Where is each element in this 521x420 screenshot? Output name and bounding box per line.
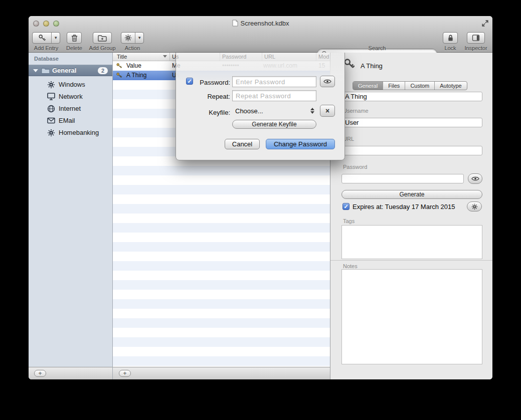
sidebar-item-internet[interactable]: Internet — [29, 103, 112, 115]
fullscreen-icon[interactable] — [481, 20, 489, 27]
disclosure-triangle-icon[interactable] — [33, 69, 38, 72]
password-label: Password — [343, 164, 367, 170]
key-icon — [343, 58, 355, 71]
inspector-entry-title: A Thing — [361, 62, 383, 70]
reveal-password-button[interactable] — [468, 173, 482, 184]
chevron-down-icon[interactable]: ▼ — [135, 33, 143, 43]
gear-icon — [121, 33, 135, 43]
sidebar-bottom-bar: + — [29, 367, 112, 379]
sidebar-item-homebanking[interactable]: Homebanking — [29, 127, 112, 139]
search-label: Search — [317, 45, 437, 51]
window-title: Screenshot.kdbx — [241, 20, 289, 27]
key-icon — [116, 72, 122, 79]
display-icon — [47, 93, 55, 102]
url-field[interactable] — [341, 146, 482, 155]
titlebar: Screenshot.kdbx — [29, 16, 492, 30]
expires-label: Expires at: Tuesday 17 March 2015 — [353, 203, 455, 211]
sidebar-item-label: EMail — [59, 117, 75, 124]
inspector-label: Inspector — [459, 45, 492, 51]
tags-label: Tags — [343, 218, 355, 224]
cancel-button[interactable]: Cancel — [225, 139, 260, 149]
inspector-panel: A Thing General Files Custom Autotype Us… — [330, 53, 492, 379]
zoom-button[interactable] — [53, 21, 59, 27]
tab-autotype[interactable]: Autotype — [434, 82, 466, 90]
inspector-tabs: General Files Custom Autotype — [353, 81, 467, 90]
eye-icon — [471, 176, 479, 181]
generate-keyfile-button[interactable]: Generate Keyfile — [232, 120, 316, 129]
generate-button[interactable]: Generate — [341, 190, 482, 199]
sheet-password-input[interactable] — [232, 76, 316, 87]
list-bottom-bar: + — [113, 367, 330, 379]
action-button[interactable]: ▼ — [121, 32, 144, 44]
toolbar: ▼ ▼ — [29, 32, 492, 44]
desktop: Screenshot.kdbx ▼ — [0, 0, 521, 420]
sidebar-group-general[interactable]: General 2 — [29, 65, 112, 76]
action-label: Action — [119, 45, 146, 51]
sheet-repeat-input[interactable] — [232, 90, 316, 101]
sidebar-item-label: Homebanking — [59, 129, 99, 136]
folder-icon — [41, 67, 50, 74]
add-group-plus-button[interactable]: + — [34, 370, 46, 377]
inspector-button[interactable] — [467, 32, 485, 44]
tags-textarea[interactable] — [341, 225, 482, 259]
notes-textarea[interactable] — [341, 269, 482, 364]
username-label: Username — [343, 108, 369, 114]
section-divider — [330, 260, 492, 261]
column-divider[interactable] — [169, 53, 170, 61]
reveal-password-button[interactable] — [320, 76, 335, 87]
sidebar-item-network[interactable]: Network — [29, 91, 112, 103]
gear-icon — [471, 203, 478, 210]
app-window: Screenshot.kdbx ▼ — [29, 16, 492, 379]
add-group-label: Add Group — [83, 45, 122, 51]
close-icon: × — [325, 107, 329, 115]
inspector-panel-icon — [472, 35, 480, 41]
tab-general[interactable]: General — [353, 82, 383, 90]
tab-files[interactable]: Files — [383, 82, 405, 90]
add-entry-button[interactable]: ▼ — [32, 32, 60, 44]
envelope-icon — [47, 117, 55, 126]
sidebar-item-label: Windows — [59, 81, 85, 88]
expires-checkbox[interactable] — [342, 203, 350, 210]
close-button[interactable] — [33, 21, 39, 27]
window-title-group: Screenshot.kdbx — [232, 20, 289, 27]
sidebar-section-header: Database — [34, 56, 59, 62]
cell-title: A Thing — [126, 72, 146, 79]
title-field[interactable] — [341, 92, 482, 101]
sidebar-item-label: Internet — [59, 105, 81, 112]
folder-plus-icon — [98, 35, 107, 42]
sidebar: Database General 2 Windows Network — [29, 53, 113, 379]
expires-settings-button[interactable] — [467, 201, 482, 212]
window-chrome: Screenshot.kdbx ▼ — [29, 16, 492, 53]
cell-title: Value — [126, 62, 141, 69]
delete-button[interactable] — [67, 32, 82, 44]
sheet-keyfile-label: Keyfile: — [190, 109, 230, 116]
entry-count-badge: 2 — [98, 67, 108, 74]
keyfile-dropdown[interactable]: Choose... — [232, 105, 316, 116]
password-field[interactable] — [341, 174, 464, 183]
gear-icon — [47, 129, 55, 139]
add-group-button[interactable] — [93, 32, 112, 44]
add-entry-plus-button[interactable]: + — [119, 370, 131, 377]
key-icon — [116, 63, 122, 69]
sheet-repeat-label: Repeat: — [190, 93, 230, 100]
sort-indicator-icon — [163, 55, 167, 58]
username-field[interactable] — [341, 118, 482, 127]
eye-icon — [323, 79, 331, 84]
column-header-title[interactable]: Title — [117, 54, 127, 60]
sidebar-item-email[interactable]: EMail — [29, 115, 112, 127]
notes-label: Notes — [343, 263, 358, 269]
minimize-button[interactable] — [43, 21, 49, 27]
sidebar-group-label: General — [52, 67, 76, 74]
key-icon — [33, 33, 51, 43]
globe-icon — [47, 105, 55, 115]
tab-custom[interactable]: Custom — [405, 82, 434, 90]
clear-keyfile-button[interactable]: × — [320, 105, 335, 117]
sidebar-item-windows[interactable]: Windows — [29, 79, 112, 91]
lock-button[interactable] — [443, 32, 458, 44]
trash-icon — [71, 34, 78, 42]
change-password-button[interactable]: Change Password — [266, 139, 335, 149]
stepper-arrows-icon — [309, 107, 315, 115]
sidebar-item-label: Network — [59, 93, 83, 100]
sheet-password-label: Password: — [190, 79, 230, 86]
chevron-down-icon[interactable]: ▼ — [51, 33, 60, 43]
